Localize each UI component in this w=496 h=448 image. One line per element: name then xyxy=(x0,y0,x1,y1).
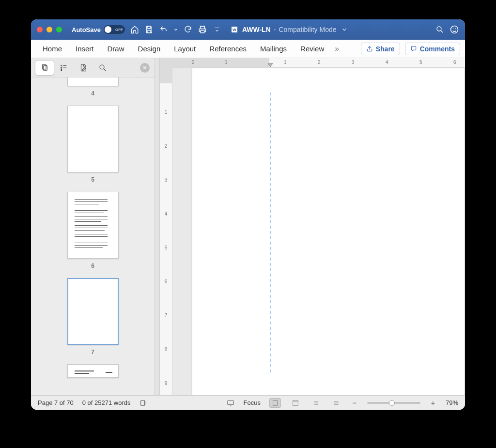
svg-point-4 xyxy=(453,29,454,30)
vruler-tick: 3 xyxy=(160,177,172,183)
svg-rect-7 xyxy=(44,65,47,70)
svg-point-5 xyxy=(455,29,456,30)
search-icon[interactable] xyxy=(435,25,445,34)
navigation-pane: ✕ 4 5 xyxy=(31,58,155,395)
home-icon[interactable] xyxy=(130,25,140,34)
nav-tab-find[interactable] xyxy=(93,60,112,76)
focus-label[interactable]: Focus xyxy=(244,399,261,406)
document-canvas[interactable] xyxy=(172,58,465,395)
view-draft[interactable] xyxy=(330,398,342,408)
thumbnail-page-4[interactable] xyxy=(67,77,119,86)
share-button[interactable]: Share xyxy=(361,43,400,55)
window-minimize-button[interactable] xyxy=(46,27,52,32)
document-title[interactable]: W AWW-LN - Compatibility Mode xyxy=(230,25,349,34)
share-icon xyxy=(366,46,373,52)
find-icon xyxy=(98,63,107,72)
view-print-layout[interactable] xyxy=(269,398,281,408)
redo-icon[interactable] xyxy=(183,25,193,34)
vruler-tick: 1 xyxy=(160,109,172,115)
svg-point-9 xyxy=(61,67,62,68)
title-dropdown-icon[interactable] xyxy=(340,25,349,34)
zoom-slider[interactable] xyxy=(367,402,420,404)
svg-point-10 xyxy=(61,69,62,70)
vruler-tick: 8 xyxy=(160,347,172,352)
svg-rect-13 xyxy=(228,401,233,404)
editor-area: 2 1 1 2 3 4 5 6 1 2 3 4 5 6 7 8 9 xyxy=(155,58,465,395)
vruler-tick: 6 xyxy=(160,279,172,284)
doc-mode: Compatibility Mode xyxy=(279,26,336,33)
svg-point-11 xyxy=(100,65,104,69)
doc-name: AWW-LN xyxy=(242,26,271,33)
undo-dropdown-icon[interactable] xyxy=(173,25,178,34)
tab-layout[interactable]: Layout xyxy=(167,40,202,58)
undo-icon[interactable] xyxy=(159,25,169,34)
word-doc-icon: W xyxy=(230,25,239,34)
view-outline[interactable] xyxy=(310,398,322,408)
thumbnails-icon xyxy=(40,63,49,72)
svg-rect-14 xyxy=(273,400,277,405)
window-close-button[interactable] xyxy=(37,27,43,32)
focus-mode-icon[interactable] xyxy=(226,399,235,407)
autosave-toggle[interactable]: AutoSave OFF xyxy=(72,25,125,34)
vertical-ruler[interactable]: 1 2 3 4 5 6 7 8 9 xyxy=(160,58,172,395)
vruler-tick: 2 xyxy=(160,143,172,149)
doc-dash: - xyxy=(274,26,276,33)
svg-point-8 xyxy=(61,65,62,66)
page-edit-icon xyxy=(79,63,88,72)
zoom-slider-thumb[interactable] xyxy=(389,400,395,406)
print-icon[interactable] xyxy=(198,25,207,34)
tab-review[interactable]: Review xyxy=(294,40,331,58)
tab-references[interactable]: References xyxy=(202,40,253,58)
svg-rect-15 xyxy=(293,400,298,405)
thumbnail-page-7[interactable] xyxy=(67,278,119,345)
autosave-label: AutoSave xyxy=(72,26,101,33)
view-web-layout[interactable] xyxy=(290,398,301,408)
save-icon[interactable] xyxy=(144,25,154,34)
dictation-icon[interactable] xyxy=(139,399,148,407)
app-window: AutoSave OFF W AWW-LN - Compatibility Mo… xyxy=(31,19,465,410)
autosave-switch[interactable]: OFF xyxy=(104,25,125,34)
tab-draw[interactable]: Draw xyxy=(101,40,131,58)
svg-text:W: W xyxy=(232,28,236,32)
nav-tab-thumbnails[interactable] xyxy=(35,60,54,76)
thumbnail-label-7: 7 xyxy=(91,349,94,355)
account-icon[interactable] xyxy=(450,25,459,34)
thumbnails-list[interactable]: 4 5 xyxy=(31,77,155,395)
status-word-count[interactable]: 0 of 25271 words xyxy=(82,399,131,406)
qat-overflow-icon[interactable] xyxy=(212,25,222,34)
title-bar: AutoSave OFF W AWW-LN - Compatibility Mo… xyxy=(31,19,465,40)
thumbnail-page-8[interactable] xyxy=(67,364,119,378)
thumbnail-page-6[interactable] xyxy=(67,192,119,259)
vruler-tick: 9 xyxy=(160,381,172,386)
vruler-tick: 7 xyxy=(160,313,172,318)
tab-design[interactable]: Design xyxy=(131,40,168,58)
ruler-gutter xyxy=(155,58,160,395)
nav-tabs: ✕ xyxy=(31,58,155,77)
page-7[interactable] xyxy=(192,68,465,395)
zoom-out-button[interactable]: − xyxy=(351,399,358,407)
vruler-tick: 4 xyxy=(160,211,172,216)
tab-home[interactable]: Home xyxy=(36,40,69,58)
svg-point-3 xyxy=(451,26,458,33)
nav-tab-headings[interactable] xyxy=(54,60,74,76)
thumbnail-page-5[interactable] xyxy=(67,106,119,172)
headings-icon xyxy=(60,63,68,72)
svg-rect-6 xyxy=(43,64,46,69)
tab-mailings[interactable]: Mailings xyxy=(253,40,294,58)
comments-button[interactable]: Comments xyxy=(405,43,460,55)
window-maximize-button[interactable] xyxy=(56,27,62,32)
page-content-column xyxy=(270,93,271,373)
nav-close-button[interactable]: ✕ xyxy=(140,63,150,73)
ribbon-tabs: Home Insert Draw Design Layout Reference… xyxy=(31,40,465,58)
thumbnail-label-4: 4 xyxy=(91,90,94,97)
status-bar: Page 7 of 70 0 of 25271 words Focus − + … xyxy=(31,395,465,410)
comments-label: Comments xyxy=(420,45,455,53)
zoom-in-button[interactable]: + xyxy=(429,399,437,407)
zoom-percent[interactable]: 79% xyxy=(446,399,458,406)
ribbon-overflow-icon[interactable]: » xyxy=(331,45,343,53)
svg-rect-12 xyxy=(141,400,145,405)
nav-tab-review[interactable] xyxy=(74,60,93,76)
status-page[interactable]: Page 7 of 70 xyxy=(38,399,74,406)
comment-icon xyxy=(410,46,417,52)
tab-insert[interactable]: Insert xyxy=(69,40,101,58)
